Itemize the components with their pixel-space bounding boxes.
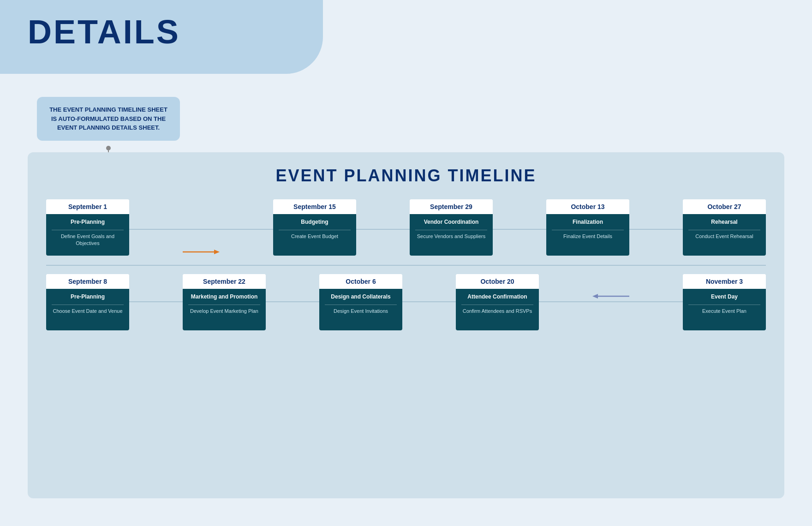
card-content-r2-2: Design and Collaterals Design Event Invi…	[319, 289, 402, 330]
arrow-left-row2	[592, 293, 629, 300]
card-date-r2-3: October 20	[456, 274, 539, 289]
card-row2-2: October 6 Design and Collaterals Design …	[319, 274, 402, 330]
card-desc-r2-2: Design Event Invitations	[325, 308, 397, 315]
page-title: DETAILS	[28, 13, 180, 51]
card-desc-r1-0: Define Event Goals and Objectives	[52, 233, 124, 247]
card-content-r1-4: Rehearsal Conduct Event Rehearsal	[683, 214, 766, 256]
card-row1-2: September 29 Vendor Coordination Secure …	[410, 199, 493, 256]
callout-top: THE EVENT PLANNING TIMELINE SHEET IS AUT…	[37, 97, 180, 141]
card-content-r1-3: Finalization Finalize Event Details	[546, 214, 629, 256]
card-divider-r1-0	[52, 230, 124, 230]
card-row2-0: September 8 Pre-Planning Choose Event Da…	[46, 274, 129, 330]
card-desc-r2-4: Execute Event Plan	[688, 308, 760, 315]
card-divider-r1-4	[688, 230, 760, 230]
card-title-r1-3: Finalization	[552, 219, 624, 226]
callout-top-text: THE EVENT PLANNING TIMELINE SHEET IS AUT…	[49, 106, 167, 131]
card-title-r1-1: Budgeting	[279, 219, 351, 226]
card-divider-r2-0	[52, 305, 124, 305]
card-desc-r1-1: Create Event Budget	[279, 233, 351, 240]
card-divider-r2-3	[461, 305, 533, 305]
card-row2-1: September 22 Marketing and Promotion Dev…	[183, 274, 266, 330]
card-desc-r2-3: Confirm Attendees and RSVPs	[461, 308, 533, 315]
card-divider-r2-4	[688, 305, 760, 305]
card-title-r1-4: Rehearsal	[688, 219, 760, 226]
card-row1-4: October 27 Rehearsal Conduct Event Rehea…	[683, 199, 766, 256]
card-date-r2-4: November 3	[683, 274, 766, 289]
card-title-r2-3: Attendee Confirmation	[461, 293, 533, 301]
card-date-r2-2: October 6	[319, 274, 402, 289]
timeline-title: EVENT PLANNING TIMELINE	[46, 166, 766, 185]
card-row1-3: October 13 Finalization Finalize Event D…	[546, 199, 629, 256]
card-date-r1-3: October 13	[546, 199, 629, 214]
card-date-r1-4: October 27	[683, 199, 766, 214]
card-row2-4: November 3 Event Day Execute Event Plan	[683, 274, 766, 330]
timeline-container: EVENT PLANNING TIMELINE September 1 Pre-…	[28, 152, 784, 498]
card-divider-r1-1	[279, 230, 351, 230]
card-title-r1-2: Vendor Coordination	[415, 219, 487, 226]
card-desc-r2-0: Choose Event Date and Venue	[52, 308, 124, 315]
svg-marker-3	[592, 294, 598, 299]
card-divider-r1-3	[552, 230, 624, 230]
card-desc-r2-1: Develop Event Marketing Plan	[188, 308, 260, 315]
card-title-r2-4: Event Day	[688, 293, 760, 301]
card-content-r2-3: Attendee Confirmation Confirm Attendees …	[456, 289, 539, 330]
card-desc-r1-3: Finalize Event Details	[552, 233, 624, 240]
card-content-r2-1: Marketing and Promotion Develop Event Ma…	[183, 289, 266, 330]
card-content-r1-0: Pre-Planning Define Event Goals and Obje…	[46, 214, 129, 256]
card-divider-r1-2	[415, 230, 487, 230]
card-date-r1-2: September 29	[410, 199, 493, 214]
card-divider-r2-2	[325, 305, 397, 305]
card-date-r2-1: September 22	[183, 274, 266, 289]
card-content-r2-0: Pre-Planning Choose Event Date and Venue	[46, 289, 129, 330]
timeline-row-1: September 1 Pre-Planning Define Event Go…	[46, 199, 766, 258]
card-title-r2-0: Pre-Planning	[52, 293, 124, 301]
card-divider-r2-1	[188, 305, 260, 305]
card-title-r2-2: Design and Collaterals	[325, 293, 397, 301]
card-row1-1: September 15 Budgeting Create Event Budg…	[273, 199, 356, 256]
card-date-r1-0: September 1	[46, 199, 129, 214]
card-desc-r1-4: Conduct Event Rehearsal	[688, 233, 760, 240]
mid-separator-area	[46, 258, 766, 272]
card-title-r2-1: Marketing and Promotion	[188, 293, 260, 301]
timeline-rows: September 1 Pre-Planning Define Event Go…	[46, 199, 766, 330]
card-content-r2-4: Event Day Execute Event Plan	[683, 289, 766, 330]
card-desc-r1-2: Secure Vendors and Suppliers	[415, 233, 487, 240]
svg-marker-1	[214, 250, 220, 254]
card-content-r1-2: Vendor Coordination Secure Vendors and S…	[410, 214, 493, 256]
mid-separator-line	[46, 265, 766, 266]
card-content-r1-1: Budgeting Create Event Budget	[273, 214, 356, 256]
card-date-r1-1: September 15	[273, 199, 356, 214]
card-title-r1-0: Pre-Planning	[52, 219, 124, 226]
card-row2-3: October 20 Attendee Confirmation Confirm…	[456, 274, 539, 330]
card-row1-0: September 1 Pre-Planning Define Event Go…	[46, 199, 129, 256]
arrow-right-1	[183, 248, 220, 256]
card-date-r2-0: September 8	[46, 274, 129, 289]
timeline-row-2: September 8 Pre-Planning Choose Event Da…	[46, 272, 766, 330]
